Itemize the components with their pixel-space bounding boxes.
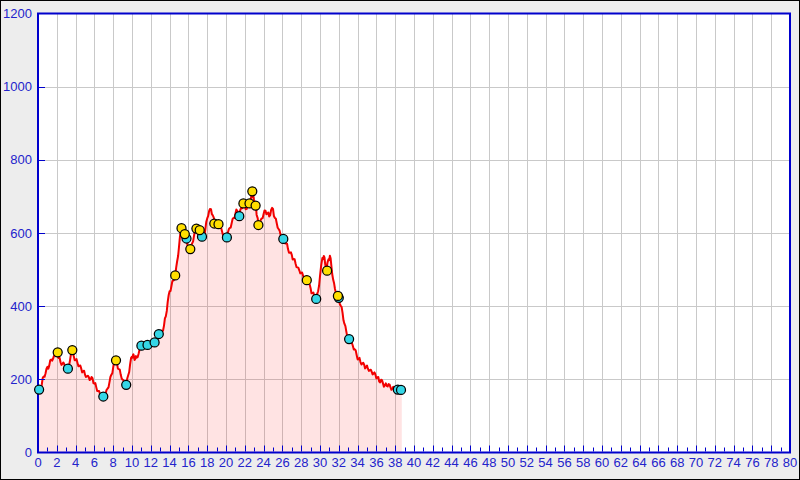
x-tick-label: 52 — [520, 455, 534, 470]
x-tick-label: 28 — [294, 455, 308, 470]
x-tick-label: 48 — [482, 455, 496, 470]
x-tick-label: 20 — [219, 455, 233, 470]
x-tick-label: 6 — [91, 455, 98, 470]
x-tick-label: 38 — [388, 455, 402, 470]
x-tick-label: 12 — [144, 455, 158, 470]
x-tick-label: 14 — [162, 455, 176, 470]
x-tick-label: 50 — [501, 455, 515, 470]
waypoint-marker-cyan — [312, 294, 321, 303]
x-tick-label: 24 — [256, 455, 270, 470]
x-tick-label: 62 — [614, 455, 628, 470]
waypoint-marker-cyan — [99, 392, 108, 401]
waypoint-marker-yellow — [68, 346, 77, 355]
y-tick-label: 600 — [10, 226, 32, 241]
waypoint-marker-cyan — [63, 364, 72, 373]
waypoint-marker-cyan — [154, 330, 163, 339]
x-tick-label: 78 — [764, 455, 778, 470]
x-tick-label: 8 — [110, 455, 117, 470]
y-tick-label: 1200 — [3, 6, 32, 21]
waypoint-marker-cyan — [122, 380, 131, 389]
x-tick-label: 80 — [783, 455, 797, 470]
x-tick-label: 54 — [538, 455, 552, 470]
x-tick-label: 22 — [238, 455, 252, 470]
waypoint-marker-yellow — [248, 187, 257, 196]
waypoint-marker-yellow — [254, 221, 263, 230]
y-tick-label: 800 — [10, 152, 32, 167]
x-tick-label: 16 — [181, 455, 195, 470]
x-tick-label: 0 — [34, 455, 41, 470]
waypoint-marker-yellow — [214, 220, 223, 229]
x-tick-label: 10 — [125, 455, 139, 470]
x-tick-label: 66 — [651, 455, 665, 470]
x-tick-label: 4 — [72, 455, 79, 470]
waypoint-marker-yellow — [302, 276, 311, 285]
waypoint-marker-cyan — [222, 233, 231, 242]
x-tick-label: 76 — [745, 455, 759, 470]
x-tick-label: 46 — [463, 455, 477, 470]
x-tick-label: 74 — [726, 455, 740, 470]
waypoint-marker-cyan — [235, 212, 244, 221]
x-axis-labels: 0246810121416182022242628303234363840424… — [34, 455, 797, 470]
waypoint-marker-yellow — [180, 230, 189, 239]
waypoint-marker-yellow — [112, 356, 121, 365]
elevation-profile-chart: 0246810121416182022242628303234363840424… — [0, 0, 800, 480]
chart-canvas: 0246810121416182022242628303234363840424… — [0, 0, 800, 480]
x-tick-label: 64 — [632, 455, 646, 470]
x-tick-label: 32 — [332, 455, 346, 470]
y-tick-label: 0 — [25, 445, 32, 460]
y-tick-label: 400 — [10, 299, 32, 314]
x-tick-label: 58 — [576, 455, 590, 470]
x-tick-label: 44 — [444, 455, 458, 470]
waypoint-marker-cyan — [35, 385, 44, 394]
x-tick-label: 68 — [670, 455, 684, 470]
x-tick-label: 26 — [275, 455, 289, 470]
x-tick-label: 60 — [595, 455, 609, 470]
waypoint-marker-yellow — [53, 348, 62, 357]
x-tick-label: 18 — [200, 455, 214, 470]
waypoint-marker-cyan — [345, 335, 354, 344]
x-tick-label: 72 — [708, 455, 722, 470]
x-tick-label: 70 — [689, 455, 703, 470]
x-tick-label: 30 — [313, 455, 327, 470]
waypoint-marker-yellow — [323, 266, 332, 275]
waypoint-marker-cyan — [150, 338, 159, 347]
waypoint-marker-yellow — [251, 201, 260, 210]
waypoint-marker-cyan — [279, 234, 288, 243]
waypoint-marker-yellow — [195, 226, 204, 235]
waypoint-marker-yellow — [186, 245, 195, 254]
y-tick-label: 1000 — [3, 79, 32, 94]
x-tick-label: 34 — [350, 455, 364, 470]
x-tick-label: 40 — [407, 455, 421, 470]
x-tick-label: 36 — [369, 455, 383, 470]
waypoint-marker-yellow — [333, 291, 342, 300]
x-tick-label: 2 — [53, 455, 60, 470]
waypoint-marker-cyan — [397, 385, 406, 394]
x-tick-label: 42 — [426, 455, 440, 470]
x-tick-label: 56 — [557, 455, 571, 470]
y-tick-label: 200 — [10, 372, 32, 387]
waypoint-marker-yellow — [171, 271, 180, 280]
